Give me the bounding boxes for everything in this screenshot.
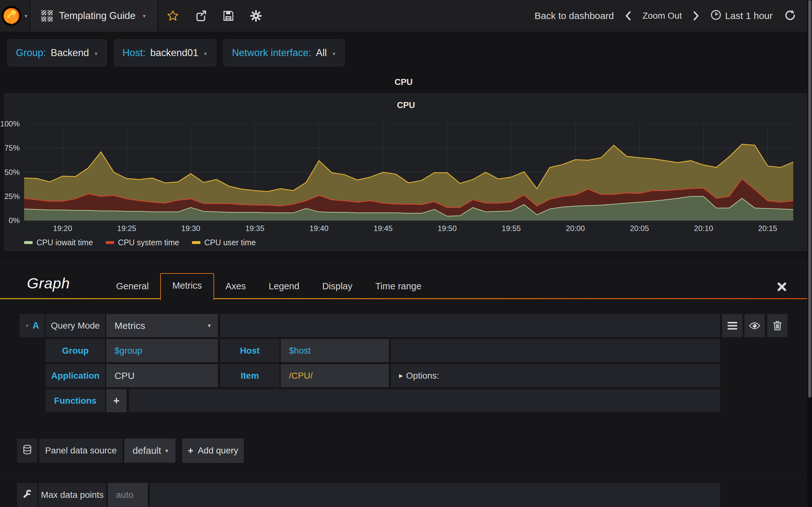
host-field[interactable]: $host xyxy=(281,339,389,362)
x-tick-label: 20:10 xyxy=(694,224,713,233)
legend-item[interactable]: CPU system time xyxy=(106,238,179,247)
x-tick-label: 19:30 xyxy=(181,224,200,233)
chevron-down-icon: ▼ xyxy=(164,448,169,453)
add-query-button[interactable]: + Add query xyxy=(183,439,244,463)
max-data-points-input-cell[interactable] xyxy=(108,483,148,507)
group-field[interactable]: $group xyxy=(106,339,218,362)
panel-title[interactable]: CPU xyxy=(4,101,808,110)
item-field-label: Item xyxy=(220,364,280,387)
scrollbar-thumb[interactable] xyxy=(808,0,811,398)
chevron-down-icon: ▼ xyxy=(94,51,98,56)
functions-label: Functions xyxy=(46,389,105,412)
chart-legend: CPU iowait timeCPU system timeCPU user t… xyxy=(24,238,256,247)
scrollbar-track[interactable] xyxy=(807,0,812,507)
max-data-points-input[interactable] xyxy=(116,483,142,507)
star-icon[interactable] xyxy=(167,10,179,22)
x-tick-label: 19:45 xyxy=(374,224,393,233)
back-to-dashboard-button[interactable]: Back to dashboard xyxy=(535,10,614,21)
y-axis: 0%25%50%75%100% xyxy=(4,124,21,221)
options-toggle[interactable]: ▶ Options: xyxy=(391,364,720,387)
template-variables: Group: Backend ▼ Host: backend01 ▼ Netwo… xyxy=(7,39,345,66)
tab-display[interactable]: Display xyxy=(311,276,364,299)
legend-swatch-icon xyxy=(106,241,114,244)
tab-general[interactable]: General xyxy=(105,276,160,299)
variable-label: Host: xyxy=(122,47,145,59)
query-mode-select[interactable]: Metrics ▼ xyxy=(106,314,218,337)
legend-swatch-icon xyxy=(24,241,33,244)
graph-panel: CPU 0%25%50%75%100% 19:2019:2519:3019:35… xyxy=(4,93,808,251)
application-field[interactable]: CPU xyxy=(106,364,218,387)
host-field-value: $host xyxy=(289,346,311,356)
time-picker[interactable]: Last 1 hour xyxy=(711,9,773,22)
x-axis: 19:2019:2519:3019:3519:4019:4519:5019:55… xyxy=(24,224,793,234)
dashboard-title-menu[interactable]: Templating Guide ▼ xyxy=(31,0,158,32)
grafana-logo-icon xyxy=(2,6,21,26)
application-field-value: CPU xyxy=(114,371,135,381)
chevron-down-icon: ▼ xyxy=(142,13,147,19)
host-row-spacer xyxy=(391,339,720,362)
database-icon xyxy=(22,445,32,457)
y-tick-label: 0% xyxy=(9,216,20,225)
chevron-down-icon: ▼ xyxy=(203,51,208,56)
variable-value: backend01 xyxy=(150,47,199,59)
chart-plot-area[interactable] xyxy=(24,124,793,221)
add-query-label: Add query xyxy=(198,446,238,456)
add-function-button[interactable]: + xyxy=(106,389,126,412)
max-data-points-spacer xyxy=(150,483,720,507)
panel-editor: Graph GeneralMetricsAxesLegendDisplayTim… xyxy=(0,260,812,507)
grafana-menu[interactable]: ▼ xyxy=(0,0,31,32)
x-tick-label: 19:50 xyxy=(438,224,457,233)
close-icon[interactable] xyxy=(777,282,786,293)
functions-row-spacer xyxy=(129,389,720,412)
chevron-left-icon[interactable] xyxy=(625,11,631,20)
advanced-options-icon-cell xyxy=(17,483,38,507)
variable-group[interactable]: Group: Backend ▼ xyxy=(7,39,107,66)
x-tick-label: 20:00 xyxy=(566,224,585,233)
options-label: Options: xyxy=(406,371,439,381)
panel-datasource-label: Panel data source xyxy=(39,439,122,463)
query-delete-button[interactable] xyxy=(767,314,788,337)
wrench-icon xyxy=(22,489,32,501)
time-range-label: Last 1 hour xyxy=(725,10,773,21)
legend-item[interactable]: CPU iowait time xyxy=(24,238,93,247)
y-tick-label: 50% xyxy=(4,168,20,177)
x-tick-label: 20:15 xyxy=(758,224,777,233)
zoom-out-button[interactable]: Zoom Out xyxy=(642,11,681,21)
variable-network-interface[interactable]: Network interface: All ▼ xyxy=(223,39,345,66)
query-letter: A xyxy=(32,320,39,331)
variable-host[interactable]: Host: backend01 ▼ xyxy=(114,39,216,66)
legend-label: CPU iowait time xyxy=(37,238,93,247)
dashboard-title: Templating Guide xyxy=(59,10,136,21)
item-field-value: /CPU/ xyxy=(289,371,313,381)
save-icon[interactable] xyxy=(223,10,234,21)
item-field[interactable]: /CPU/ xyxy=(281,364,389,387)
chevron-down-icon: ▼ xyxy=(24,13,29,19)
chevron-down-icon: ▼ xyxy=(207,323,212,328)
tab-legend[interactable]: Legend xyxy=(257,276,311,299)
gear-icon[interactable] xyxy=(250,10,262,22)
variable-value: Backend xyxy=(51,47,89,59)
legend-item[interactable]: CPU user time xyxy=(192,238,256,247)
tab-metrics[interactable]: Metrics xyxy=(160,273,214,300)
variable-label: Group: xyxy=(16,47,46,59)
x-tick-label: 19:20 xyxy=(53,224,72,233)
group-field-value: $group xyxy=(114,346,142,356)
query-collapse-toggle[interactable]: ▼ A xyxy=(20,314,44,337)
x-tick-label: 19:25 xyxy=(117,224,136,233)
panel-datasource-value: default xyxy=(133,445,161,456)
panel-datasource-select[interactable]: default ▼ xyxy=(124,439,175,463)
y-tick-label: 100% xyxy=(0,119,20,128)
tab-time-range[interactable]: Time range xyxy=(364,276,433,299)
chevron-right-icon[interactable] xyxy=(693,11,699,20)
query-menu-button[interactable] xyxy=(722,314,743,337)
host-field-label: Host xyxy=(220,339,280,362)
tab-axes[interactable]: Axes xyxy=(214,276,257,299)
refresh-icon[interactable] xyxy=(784,9,796,23)
dashboard-grid-icon xyxy=(41,10,53,21)
share-icon[interactable] xyxy=(195,10,207,22)
query-mode-label: Query Mode xyxy=(46,314,105,337)
max-data-points-label: Max data points xyxy=(39,483,106,507)
legend-label: CPU system time xyxy=(118,238,179,247)
query-toggle-visibility-button[interactable] xyxy=(745,314,765,337)
row-title: CPU xyxy=(0,77,807,87)
